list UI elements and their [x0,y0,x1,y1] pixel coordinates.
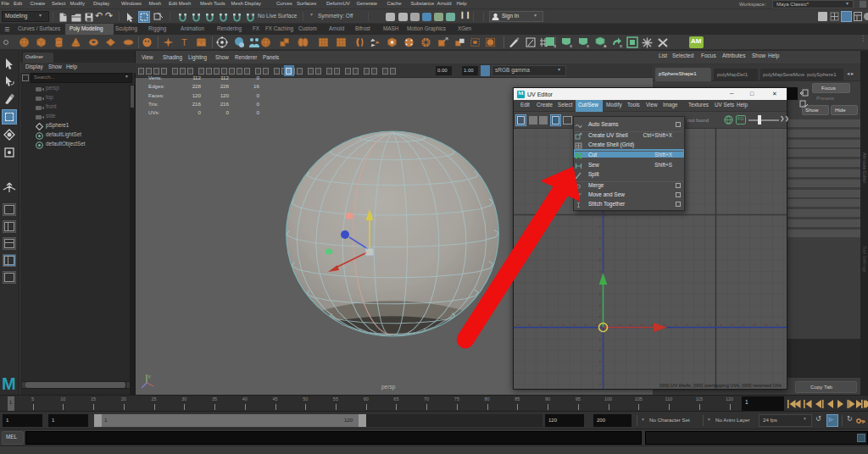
svg-text:x: x [587,43,589,48]
svg-text:(0/0) UV shells, (0/0) overlap: (0/0) UV shells, (0/0) overlapping UVs, … [659,383,782,388]
svg-text:x: x [554,43,556,48]
svg-text:x: x [570,43,572,48]
svg-text:y: y [148,374,151,379]
svg-text:a: a [604,43,607,48]
svg-text:T: T [181,37,187,47]
svg-text:M: M [2,374,16,393]
svg-text:x: x [620,43,622,48]
